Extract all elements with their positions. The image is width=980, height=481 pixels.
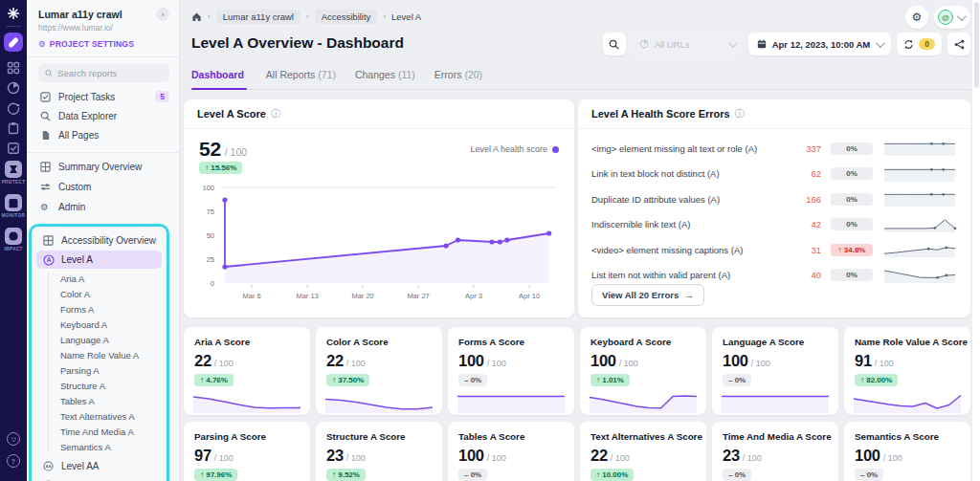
settings-button[interactable]: ⚙ [905, 6, 928, 29]
tab[interactable]: All Reports (71) [266, 69, 336, 89]
monitor-icon [5, 194, 22, 211]
sidebar-item-level-aaa[interactable]: A Level AAA [32, 475, 167, 481]
help-icon[interactable]: ? [7, 454, 20, 468]
level-a-icon: A [43, 254, 55, 266]
sidebar-item-all-pages[interactable]: All Pages [27, 125, 179, 144]
apps-grid-icon[interactable] [7, 61, 20, 75]
level-a-score-card: Level A Score ⓘ 52 / 100 ↑ 15.56% Level … [184, 99, 574, 317]
error-trend-sparkline [882, 267, 957, 284]
search-reports-field[interactable] [57, 68, 163, 78]
sidebar-item-level-aa[interactable]: AA Level AA [32, 456, 167, 475]
category-score-card[interactable]: Name Role Value A Score 91 / 100 ↑ 82.00… [844, 327, 970, 415]
card-title: Level A Health Score Errors [591, 108, 730, 120]
info-icon[interactable]: ⓘ [735, 107, 745, 120]
sidebar-subitem[interactable]: Name Role Value A [32, 347, 167, 362]
sidebar-item-custom[interactable]: Custom [27, 177, 179, 197]
breadcrumb-item[interactable]: Lumar a11y crawl [216, 10, 301, 24]
sidebar-subitem-label: Text Alternatives A [60, 411, 135, 422]
sidebar-subitem[interactable]: Parsing A [32, 362, 167, 378]
project-settings-link[interactable]: ⚙ PROJECT SETTINGS [38, 39, 169, 49]
sidebar-item-summary-overview[interactable]: Summary Overview [27, 157, 179, 177]
tab[interactable]: Errors (20) [434, 69, 482, 89]
sidebar-subitem[interactable]: Aria A [32, 271, 167, 286]
view-all-errors-button[interactable]: View All 20 Errors → [591, 284, 704, 306]
impact-icon [5, 228, 22, 245]
share-button[interactable] [947, 33, 970, 55]
category-score-card[interactable]: Semantics A Score 100 / 100 – 0% [844, 422, 970, 481]
tab[interactable]: Dashboard [191, 69, 247, 89]
accessibility-app-icon[interactable] [4, 33, 23, 52]
sidebar-item-admin[interactable]: ⚙ Admin [27, 197, 179, 217]
sidebar-item-level-a[interactable]: A Level A [36, 251, 162, 269]
category-score-card[interactable]: Language A Score 100 / 100 – 0% [712, 327, 838, 415]
url-filter-select[interactable]: All URLs [632, 33, 743, 55]
scrollbar-thumb[interactable] [974, 2, 979, 88]
annotation-highlight-box: Accessibility Overview A Level A Aria AC… [29, 224, 169, 481]
tab-count: (71) [318, 69, 336, 80]
category-score-card[interactable]: Keyboard A Score 100 / 100 ↑ 1.01% [580, 327, 706, 415]
crawl-date-picker[interactable]: Apr 12, 2023, 10:00 AM [748, 33, 892, 55]
sidebar-subitem[interactable]: Keyboard A [32, 317, 167, 332]
report-tabs: Dashboard All Reports (71) Changes (11) … [191, 69, 970, 90]
sidebar-subitem[interactable]: Tables A [32, 393, 167, 408]
card-title: Time And Media A Score [723, 431, 832, 442]
sidebar-item-label: Level A [61, 254, 93, 265]
sidebar-item-accessibility-overview[interactable]: Accessibility Overview [32, 230, 167, 250]
rail-group-monitor[interactable]: MONITOR [0, 194, 27, 218]
card-title: Level A Score [197, 108, 266, 120]
scrollbar[interactable] [972, 0, 980, 481]
project-switcher-button[interactable]: › [156, 8, 169, 21]
sidebar-subitem[interactable]: Structure A [32, 378, 167, 393]
score-value: 100 [723, 352, 748, 370]
sidebar-subitem[interactable]: Forms A [32, 301, 167, 317]
score-denominator: / 100 [346, 359, 366, 368]
sidebar-subitem[interactable]: Text Alternatives A [32, 408, 167, 424]
sidebar-subitem[interactable]: Semantics A [32, 439, 167, 454]
error-row[interactable]: Link in text block not distinct (A) 62 0… [578, 162, 970, 187]
sidebar-subitem-label: Forms A [60, 304, 94, 315]
card-title: Structure A Score [326, 431, 406, 442]
category-score-card[interactable]: Color A Score 22 / 100 ↑ 37.50% [316, 327, 442, 415]
breadcrumb-item[interactable]: Level A [391, 11, 421, 22]
category-score-card[interactable]: Parsing A Score 97 / 100 ↑ 97.96% [184, 422, 310, 481]
score-denominator: / 100 [214, 359, 234, 368]
clipboard-icon[interactable] [7, 121, 20, 135]
category-score-card[interactable]: Aria A Score 22 / 100 ↑ 4.76% [184, 327, 310, 415]
pie-app-icon[interactable] [7, 81, 20, 95]
error-row[interactable]: Indiscernible link text (A) 42 0% [578, 212, 970, 238]
error-row[interactable]: <video> element missing captions (A) 31 … [578, 237, 970, 263]
rail-group-protect[interactable]: PROTECT [0, 161, 27, 185]
sidebar-subitem[interactable]: Time And Media A [32, 424, 167, 439]
category-score-card[interactable]: Text Alternatives A Score 22 / 100 ↑ 10.… [580, 422, 706, 481]
svg-text:AA: AA [45, 464, 51, 469]
breadcrumb-item[interactable]: Accessibility [315, 10, 378, 24]
category-score-card[interactable]: Tables A Score 100 / 100 – 0% [448, 422, 574, 481]
search-icon [609, 39, 619, 50]
category-score-card[interactable]: Structure A Score 23 / 100 ↑ 9.52% [316, 422, 442, 481]
health-score-line-chart[interactable]: 0255075100Mar 6Mar 13Mar 20Mar 27Apr 3Ap… [191, 180, 567, 312]
sidebar-subitem[interactable]: Color A [32, 286, 167, 301]
sidebar-item-data-explorer[interactable]: Data Explorer [27, 106, 179, 125]
search-reports-input[interactable] [38, 64, 169, 82]
category-score-card[interactable]: Forms A Score 100 / 100 – 0% [448, 327, 574, 415]
info-icon[interactable]: ⓘ [271, 107, 280, 120]
sync-button[interactable]: 0 [897, 33, 942, 55]
category-score-card[interactable]: Time And Media A Score 23 / 100 – 0% [712, 422, 838, 481]
task-check-icon[interactable] [7, 142, 20, 155]
error-label: List item not within valid parent (A) [591, 270, 787, 280]
monitor-app-icon[interactable] [7, 101, 20, 115]
error-row[interactable]: Duplicate ID attribute values (A) 166 0% [578, 186, 970, 212]
sidebar-subitem-label: Semantics A [60, 442, 111, 452]
sidebar-item-project-tasks[interactable]: Project Tasks 5 [27, 87, 179, 106]
sidebar-subitem[interactable]: Language A [32, 332, 167, 347]
score-denominator: / 100 [346, 453, 366, 463]
lumar-logo-icon[interactable] [7, 7, 20, 20]
tab[interactable]: Changes (11) [355, 69, 415, 89]
rail-group-impact[interactable]: IMPACT [0, 228, 27, 251]
home-icon[interactable] [191, 11, 202, 22]
search-button[interactable] [603, 33, 626, 55]
feedback-smiley-icon[interactable] [7, 432, 20, 446]
account-menu-button[interactable]: @ [934, 6, 970, 29]
error-row[interactable]: <img> element missing alt text or role (… [578, 136, 970, 162]
main-content: › Lumar a11y crawl › Accessibility › Lev… [180, 0, 980, 481]
